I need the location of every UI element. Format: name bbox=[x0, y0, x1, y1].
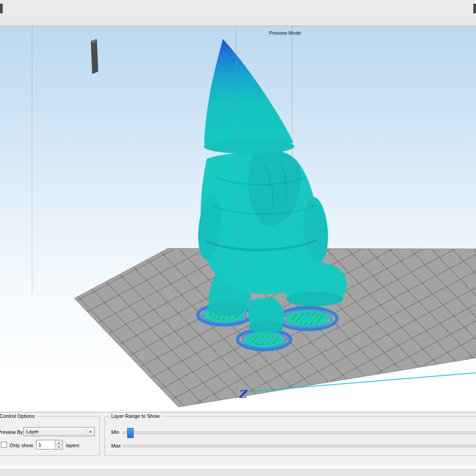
chevron-down-icon: ▼ bbox=[89, 430, 92, 433]
min-label: Min bbox=[111, 429, 119, 435]
window-top-bar bbox=[0, 0, 476, 26]
toolbar-divider bbox=[0, 18, 476, 19]
layer-range-title: Layer Range to Show bbox=[109, 413, 162, 419]
dropdown-arrow-box[interactable]: ▼ bbox=[86, 427, 94, 436]
window-chrome-left bbox=[0, 4, 3, 13]
bottom-control-panel: Control Options Preview By Layer ▼ Only … bbox=[0, 412, 476, 476]
chevron-up-icon: ▲ bbox=[58, 441, 60, 444]
gnome-model bbox=[195, 39, 347, 333]
chevron-down-icon: ▼ bbox=[58, 446, 60, 449]
window-chrome-right bbox=[473, 4, 476, 13]
max-layer-slider-track[interactable] bbox=[123, 445, 476, 447]
z-axis-label: Z bbox=[238, 388, 246, 400]
y-axis-line bbox=[241, 373, 476, 392]
layers-label: layers bbox=[66, 443, 79, 448]
preview-by-label: Preview By bbox=[0, 429, 23, 435]
app-window: Preview Mode Z Control Options Preview B… bbox=[0, 0, 476, 476]
layer-count-input[interactable] bbox=[37, 440, 55, 449]
control-options-title: Control Options bbox=[0, 413, 36, 419]
prime-pillar bbox=[91, 39, 98, 74]
only-show-label: Only show bbox=[10, 443, 33, 448]
scene-graphics bbox=[0, 26, 476, 412]
layer-range-group: Layer Range to Show Min Max bbox=[104, 416, 476, 456]
preview-by-value: Layer bbox=[24, 429, 86, 434]
preview-3d-viewport[interactable]: Preview Mode Z bbox=[0, 26, 476, 412]
preview-mode-label: Preview Mode bbox=[269, 30, 301, 36]
spin-up-button[interactable]: ▲ bbox=[55, 440, 62, 445]
only-show-checkbox[interactable] bbox=[1, 442, 7, 448]
max-label: Max bbox=[111, 443, 121, 449]
status-bar bbox=[0, 469, 476, 476]
control-options-group: Control Options Preview By Layer ▼ Only … bbox=[0, 416, 100, 456]
spin-down-button[interactable]: ▼ bbox=[55, 445, 62, 449]
spinner-buttons: ▲ ▼ bbox=[55, 440, 62, 449]
preview-by-dropdown[interactable]: Layer ▼ bbox=[23, 427, 95, 436]
skirt-ring-right bbox=[278, 308, 337, 330]
min-layer-slider-track[interactable] bbox=[123, 432, 476, 434]
layer-count-spinner[interactable]: ▲ ▼ bbox=[36, 440, 63, 449]
panel-spacer bbox=[0, 465, 476, 469]
min-layer-slider-handle[interactable] bbox=[127, 428, 134, 438]
